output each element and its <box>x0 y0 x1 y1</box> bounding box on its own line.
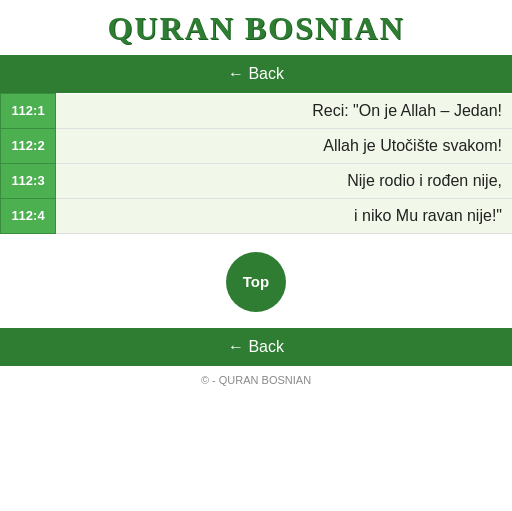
verse-ref: 112:1 <box>1 94 56 129</box>
top-button[interactable]: Top <box>226 252 286 312</box>
table-row: 112:2Allah je Utočište svakom! <box>1 128 513 163</box>
footer: © - QURAN BOSNIAN <box>0 366 512 396</box>
verse-text: Reci: "On je Allah – Jedan! <box>56 94 513 129</box>
top-button-container: Top <box>0 234 512 328</box>
verse-text: Allah je Utočište svakom! <box>56 128 513 163</box>
table-row: 112:4i niko Mu ravan nije!" <box>1 198 513 233</box>
verse-ref: 112:4 <box>1 198 56 233</box>
verse-text: i niko Mu ravan nije!" <box>56 198 513 233</box>
back-button-top[interactable]: ← Back <box>0 55 512 93</box>
table-row: 112:3Nije rodio i rođen nije, <box>1 163 513 198</box>
verse-text: Nije rodio i rođen nije, <box>56 163 513 198</box>
verse-table: 112:1Reci: "On je Allah – Jedan!112:2All… <box>0 93 512 234</box>
app-title: QURAN BOSNIAN <box>0 0 512 55</box>
verse-ref: 112:2 <box>1 128 56 163</box>
table-row: 112:1Reci: "On je Allah – Jedan! <box>1 94 513 129</box>
verse-ref: 112:3 <box>1 163 56 198</box>
back-button-bottom[interactable]: ← Back <box>0 328 512 366</box>
